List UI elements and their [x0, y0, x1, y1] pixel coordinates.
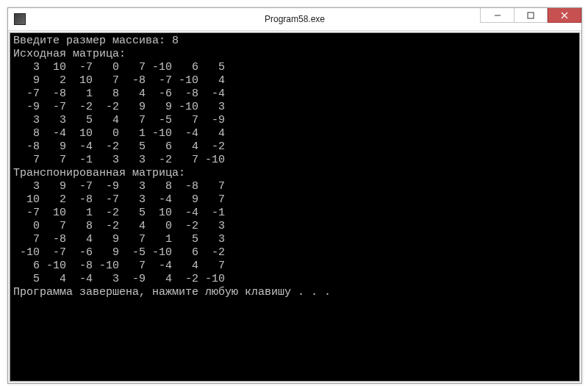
matrix-row: 3 9 -7 -9 3 8 -8 7	[13, 180, 576, 193]
window-controls	[480, 8, 581, 30]
matrix-row: -10 -7 -6 9 -5 -10 6 -2	[13, 246, 576, 260]
matrix-row: 6 -10 -8 -10 7 -4 4 7	[13, 260, 576, 273]
footer-line: Программа завершена, нажмите любую клави…	[13, 286, 576, 299]
close-button[interactable]	[548, 8, 581, 23]
svg-rect-1	[528, 12, 534, 18]
maximize-button[interactable]	[514, 8, 548, 23]
matrix-row: 3 3 5 4 7 -5 7 -9	[13, 114, 576, 127]
console-output[interactable]: Введите размер массива: 8Исходная матриц…	[10, 32, 580, 382]
matrix-row: 9 2 10 7 -8 -7 -10 4	[13, 74, 576, 87]
matrix-row: 10 2 -8 -7 3 -4 9 7	[13, 193, 576, 207]
titlebar[interactable]: Program58.exe	[8, 8, 581, 31]
matrix-row: 5 4 -4 3 -9 4 -2 -10	[13, 273, 576, 286]
matrix-heading-original: Исходная матрица:	[13, 48, 576, 61]
matrix-row: -7 -8 1 8 4 -6 -8 -4	[13, 87, 576, 101]
minimize-button[interactable]	[480, 8, 514, 23]
matrix-heading-transposed: Транспонированная матрица:	[13, 167, 576, 180]
input-line: Введите размер массива: 8	[13, 35, 576, 48]
matrix-row: 0 7 8 -2 4 0 -2 3	[13, 220, 576, 233]
matrix-row: 8 -4 10 0 1 -10 -4 4	[13, 127, 576, 140]
matrix-row: 7 -8 4 9 7 1 5 3	[13, 233, 576, 246]
client-area: Введите размер массива: 8Исходная матриц…	[8, 31, 581, 383]
console-window: Program58.exe Введите размер массива: 8И…	[7, 7, 582, 384]
matrix-row: 3 10 -7 0 7 -10 6 5	[13, 61, 576, 74]
matrix-row: 7 7 -1 3 3 -2 7 -10	[13, 154, 576, 167]
app-icon	[14, 13, 26, 25]
matrix-row: -8 9 -4 -2 5 6 4 -2	[13, 140, 576, 154]
matrix-row: -9 -7 -2 -2 9 9 -10 3	[13, 101, 576, 114]
matrix-row: -7 10 1 -2 5 10 -4 -1	[13, 207, 576, 220]
